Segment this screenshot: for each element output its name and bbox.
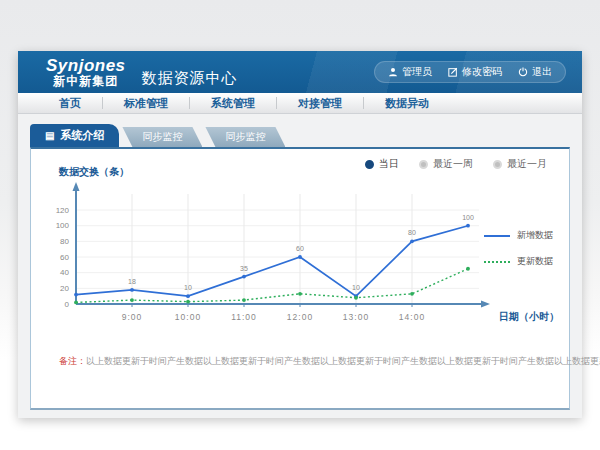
- svg-text:9:00: 9:00: [122, 312, 143, 322]
- company-logo: Synjones 新中新集团: [46, 57, 126, 87]
- document-icon: ▤: [45, 131, 54, 141]
- nav-item-standard-mgmt[interactable]: 标准管理: [103, 96, 189, 111]
- svg-text:11:00: 11:00: [231, 312, 257, 322]
- content-panel: 当日 最近一周 最近一月 数据交换（条） 0204060801001209:00…: [30, 147, 570, 410]
- legend-new-data-label: 新增数据: [517, 229, 553, 242]
- legend-item-update-data: 更新数据: [484, 255, 553, 268]
- chart-legend: 新增数据 更新数据: [484, 229, 553, 268]
- change-password-label: 修改密码: [462, 65, 502, 79]
- change-password-button[interactable]: 修改密码: [448, 65, 502, 79]
- note-text: 以上数据更新于时间产生数据以上数据更新于时间产生数据以上数据更新于时间产生数据以…: [86, 356, 600, 366]
- nav-item-home[interactable]: 首页: [38, 96, 102, 111]
- svg-text:10:00: 10:00: [175, 312, 201, 322]
- svg-text:20: 20: [60, 284, 69, 293]
- svg-text:60: 60: [296, 245, 304, 252]
- data-exchange-line-chart: 0204060801001209:0010:0011:0012:0013:001…: [31, 149, 569, 412]
- user-toolbar: 管理员 修改密码 退出: [374, 61, 566, 83]
- legend-item-new-data: 新增数据: [484, 229, 553, 242]
- note-prefix: 备注：: [59, 356, 86, 366]
- nav-item-data-change[interactable]: 数据异动: [364, 96, 450, 111]
- logout-button[interactable]: 退出: [518, 65, 552, 79]
- radio-last-month-label: 最近一月: [507, 157, 547, 171]
- svg-text:40: 40: [60, 268, 69, 277]
- green-dotted-swatch: [484, 261, 510, 263]
- user-icon: [388, 67, 398, 77]
- blue-line-swatch: [484, 235, 510, 237]
- logout-label: 退出: [532, 65, 552, 79]
- current-user-label: 管理员: [402, 65, 432, 79]
- current-user[interactable]: 管理员: [388, 65, 432, 79]
- radio-icon: [365, 160, 374, 169]
- svg-text:10: 10: [184, 284, 192, 291]
- footer-note: 备注：以上数据更新于时间产生数据以上数据更新于时间产生数据以上数据更新于时间产生…: [59, 355, 600, 368]
- time-range-filters: 当日 最近一周 最近一月: [365, 157, 547, 171]
- nav-item-interface-mgmt[interactable]: 对接管理: [277, 96, 363, 111]
- app-window: Synjones 新中新集团 数据资源中心 管理员 修改密码 退出: [18, 51, 582, 418]
- svg-text:80: 80: [408, 229, 416, 236]
- legend-update-data-label: 更新数据: [517, 255, 553, 268]
- tab-sync-monitor-1[interactable]: 同步监控: [122, 127, 202, 147]
- radio-last-week-label: 最近一周: [433, 157, 473, 171]
- svg-text:13:00: 13:00: [343, 312, 369, 322]
- svg-text:35: 35: [240, 265, 248, 272]
- svg-text:100: 100: [462, 214, 474, 221]
- app-header: Synjones 新中新集团 数据资源中心 管理员 修改密码 退出: [18, 51, 582, 93]
- radio-icon: [493, 160, 502, 169]
- svg-text:60: 60: [60, 253, 69, 262]
- logo-en-text: Synjones: [46, 57, 126, 75]
- radio-today[interactable]: 当日: [365, 157, 399, 171]
- radio-last-month[interactable]: 最近一月: [493, 157, 547, 171]
- power-icon: [518, 67, 528, 77]
- tab-system-intro-label: 系统介绍: [60, 128, 104, 143]
- edit-icon: [448, 67, 458, 77]
- tab-bar: ▤ 系统介绍 同步监控 同步监控: [30, 124, 582, 147]
- radio-last-week[interactable]: 最近一周: [419, 157, 473, 171]
- page-title: 数据资源中心: [142, 69, 238, 88]
- svg-text:120: 120: [56, 206, 70, 215]
- logo-cn-text: 新中新集团: [46, 75, 126, 88]
- svg-text:0: 0: [65, 300, 70, 309]
- svg-text:80: 80: [60, 237, 69, 246]
- svg-text:100: 100: [56, 221, 70, 230]
- svg-text:日期（小时）: 日期（小时）: [499, 311, 559, 322]
- main-nav: 首页 标准管理 系统管理 对接管理 数据异动: [18, 93, 582, 114]
- radio-icon: [419, 160, 428, 169]
- svg-text:14:00: 14:00: [399, 312, 425, 322]
- chart-y-axis-title: 数据交换（条）: [59, 165, 129, 179]
- tab-sync-monitor-2[interactable]: 同步监控: [205, 127, 285, 147]
- page-body: ▤ 系统介绍 同步监控 同步监控 当日 最近一周 最近一月: [18, 114, 582, 418]
- nav-item-system-mgmt[interactable]: 系统管理: [190, 96, 276, 111]
- svg-text:12:00: 12:00: [287, 312, 313, 322]
- svg-text:10: 10: [352, 284, 360, 291]
- tab-system-intro[interactable]: ▤ 系统介绍: [30, 124, 119, 147]
- svg-text:18: 18: [128, 278, 136, 285]
- radio-today-label: 当日: [379, 157, 399, 171]
